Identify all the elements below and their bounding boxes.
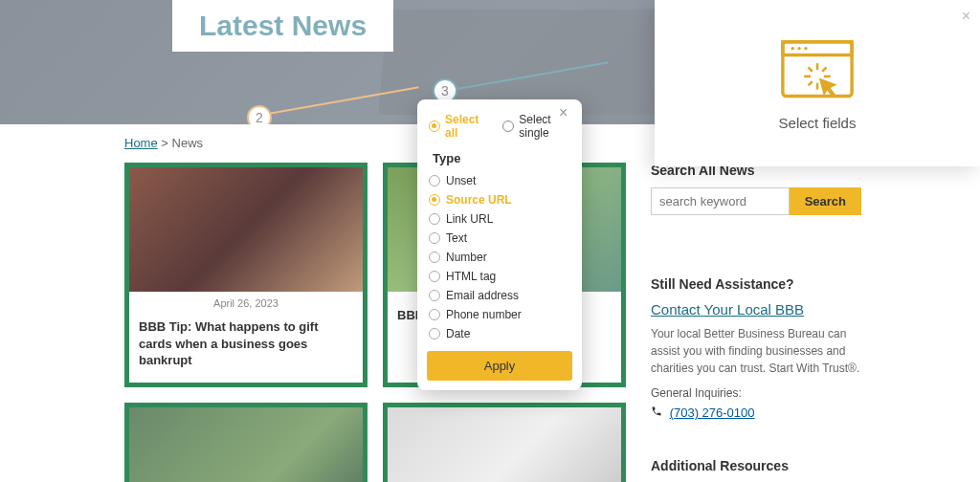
type-option-label: Number bbox=[446, 251, 487, 264]
phone-icon bbox=[651, 405, 670, 420]
select-all-label: Select all bbox=[445, 113, 483, 140]
assist-text: Your local Better Business Bureau can as… bbox=[651, 325, 861, 377]
apply-button[interactable]: Apply bbox=[427, 351, 572, 381]
radio-icon bbox=[429, 194, 440, 206]
radio-icon bbox=[429, 120, 440, 132]
breadcrumb-sep: > bbox=[161, 136, 168, 150]
hero-title-box: Latest News bbox=[172, 0, 393, 52]
card-image bbox=[129, 407, 363, 482]
type-option-label: HTML tag bbox=[446, 270, 496, 283]
type-option-list: UnsetSource URLLink URLTextNumberHTML ta… bbox=[417, 171, 582, 343]
type-option[interactable]: HTML tag bbox=[429, 267, 570, 286]
page-title: Latest News bbox=[199, 10, 367, 42]
card-title: BBB Tip: What happens to gift cards when… bbox=[129, 315, 363, 383]
field-type-popup: × Select all Select single Type UnsetSou… bbox=[417, 99, 582, 390]
type-option[interactable]: Number bbox=[429, 248, 570, 267]
sidebar: Search All News Search Still Need Assist… bbox=[651, 163, 861, 482]
radio-icon bbox=[429, 175, 440, 186]
select-all-radio[interactable]: Select all bbox=[429, 113, 483, 140]
radio-icon bbox=[429, 232, 440, 244]
radio-icon bbox=[429, 271, 440, 282]
news-card[interactable] bbox=[124, 403, 368, 482]
step-2-badge: 2 bbox=[247, 105, 272, 124]
type-option[interactable]: Date bbox=[429, 324, 570, 343]
search-button[interactable]: Search bbox=[790, 187, 861, 215]
type-option-label: Date bbox=[446, 327, 470, 340]
type-option[interactable]: Phone number bbox=[429, 305, 570, 324]
svg-point-3 bbox=[797, 46, 800, 49]
type-option-label: Email address bbox=[446, 289, 519, 302]
contact-local-link[interactable]: Contact Your Local BBB bbox=[651, 301, 861, 318]
type-option-label: Text bbox=[446, 231, 467, 245]
radio-icon bbox=[429, 328, 440, 340]
type-option[interactable]: Source URL bbox=[429, 190, 570, 209]
mode-row: Select all Select single bbox=[417, 111, 582, 147]
type-option-label: Unset bbox=[446, 174, 476, 187]
type-option-label: Source URL bbox=[446, 193, 512, 207]
close-icon[interactable]: × bbox=[559, 105, 574, 120]
breadcrumb: Home > News bbox=[124, 136, 203, 150]
svg-line-9 bbox=[809, 67, 813, 71]
radio-icon bbox=[429, 309, 440, 320]
select-fields-icon bbox=[776, 36, 858, 103]
svg-point-2 bbox=[791, 46, 793, 49]
type-option-label: Link URL bbox=[446, 212, 493, 226]
inquiries-label: General Inquiries: bbox=[651, 386, 861, 400]
type-heading: Type bbox=[417, 147, 582, 171]
svg-line-11 bbox=[809, 81, 813, 85]
breadcrumb-home[interactable]: Home bbox=[124, 136, 158, 150]
resources-block: Additional Resources File a Complaint Le… bbox=[651, 458, 861, 482]
close-icon[interactable]: × bbox=[962, 8, 970, 25]
svg-line-10 bbox=[822, 67, 826, 71]
extension-label: Select fields bbox=[779, 115, 857, 131]
type-option[interactable]: Text bbox=[429, 229, 570, 248]
type-option[interactable]: Link URL bbox=[429, 209, 570, 229]
type-option[interactable]: Unset bbox=[429, 171, 570, 190]
radio-icon bbox=[429, 213, 440, 225]
search-block: Search All News Search bbox=[651, 163, 861, 215]
phone-link[interactable]: (703) 276-0100 bbox=[670, 405, 755, 420]
type-option-label: Phone number bbox=[446, 308, 522, 321]
card-image bbox=[129, 167, 363, 292]
connector-line bbox=[457, 61, 609, 90]
phone-row: (703) 276-0100 bbox=[651, 405, 861, 420]
svg-point-4 bbox=[804, 46, 807, 49]
search-input[interactable] bbox=[651, 187, 790, 215]
connector-line bbox=[268, 86, 419, 115]
assistance-block: Still Need Assistance? Contact Your Loca… bbox=[651, 276, 861, 420]
news-card[interactable] bbox=[383, 403, 626, 482]
search-row: Search bbox=[651, 187, 861, 215]
extension-panel: × Select fields bbox=[655, 0, 980, 166]
type-option[interactable]: Email address bbox=[429, 286, 570, 305]
radio-icon bbox=[502, 120, 514, 132]
card-image bbox=[388, 407, 621, 482]
resources-heading: Additional Resources bbox=[651, 458, 861, 473]
card-date: April 26, 2023 bbox=[129, 292, 363, 315]
radio-icon bbox=[429, 290, 440, 301]
radio-icon bbox=[429, 252, 440, 263]
breadcrumb-current: News bbox=[172, 136, 204, 150]
assist-heading: Still Need Assistance? bbox=[651, 276, 861, 292]
news-card[interactable]: April 26, 2023 BBB Tip: What happens to … bbox=[124, 163, 368, 387]
